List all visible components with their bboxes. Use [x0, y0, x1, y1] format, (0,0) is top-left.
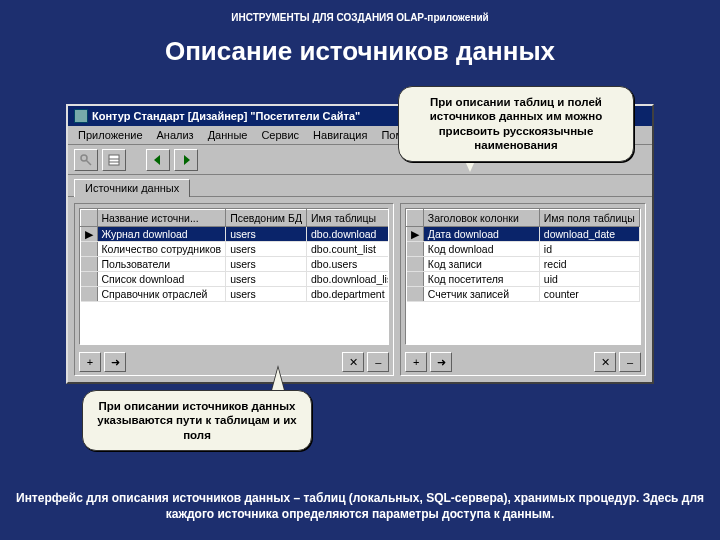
cell: users	[226, 287, 307, 302]
sources-grid[interactable]: Название источни... Псевдоним БД Имя таб…	[79, 208, 389, 345]
cell: counter	[539, 287, 639, 302]
cell: uid	[539, 272, 639, 287]
row-marker: ▶	[407, 227, 424, 242]
cell: dbo.department	[307, 287, 390, 302]
toolbar-forward-icon[interactable]	[174, 149, 198, 171]
fields-panel: Заголовок колонки Имя поля таблицы ▶Дата…	[400, 203, 646, 376]
cell: dbo.count_list	[307, 242, 390, 257]
svg-rect-2	[109, 155, 119, 165]
footer-text: Интерфейс для описания источников данных…	[16, 490, 704, 522]
row-marker	[407, 242, 424, 257]
callout-fields-naming: При описании таблиц и полей источников д…	[398, 86, 634, 162]
cell: dbo.download_list	[307, 272, 390, 287]
table-row[interactable]: Пользователиusersdbo.users	[81, 257, 390, 272]
add-field-button[interactable]: +	[405, 352, 427, 372]
toolbar-back-icon[interactable]	[146, 149, 170, 171]
tab-row: Источники данных	[68, 175, 652, 197]
menu-analysis[interactable]: Анализ	[151, 128, 200, 142]
sources-panel: Название источни... Псевдоним БД Имя таб…	[74, 203, 394, 376]
row-marker	[81, 272, 98, 287]
toolbar-key-icon[interactable]	[74, 149, 98, 171]
menu-data[interactable]: Данные	[202, 128, 254, 142]
page-title: Описание источников данных	[0, 36, 720, 67]
delete-source-button[interactable]: ✕	[342, 352, 364, 372]
cell: recid	[539, 257, 639, 272]
table-row[interactable]: Справочник отраслейusersdbo.department	[81, 287, 390, 302]
breadcrumb: ИНСТРУМЕНТЫ ДЛЯ СОЗДАНИЯ OLAP-приложений	[0, 12, 720, 23]
svg-marker-5	[154, 155, 160, 165]
cell: Количество сотрудников	[97, 242, 226, 257]
fields-toolbar: + ➜ ✕ –	[401, 349, 645, 375]
cell: dbo.download	[307, 227, 390, 242]
delete-field-button[interactable]: ✕	[594, 352, 616, 372]
row-marker	[81, 242, 98, 257]
cell: dbo.users	[307, 257, 390, 272]
cell: Журнал download	[97, 227, 226, 242]
remove-field-button[interactable]: –	[619, 352, 641, 372]
cell: Код download	[423, 242, 539, 257]
cell: users	[226, 227, 307, 242]
row-marker	[81, 257, 98, 272]
table-row[interactable]: Количество сотрудниковusersdbo.count_lis…	[81, 242, 390, 257]
table-row[interactable]: Код downloadid	[407, 242, 640, 257]
col-field-name[interactable]: Имя поля таблицы	[539, 210, 639, 227]
cell: id	[539, 242, 639, 257]
toolbar-sheet-icon[interactable]	[102, 149, 126, 171]
table-row[interactable]: Код записиrecid	[407, 257, 640, 272]
cell: Счетчик записей	[423, 287, 539, 302]
tab-data-sources[interactable]: Источники данных	[74, 179, 190, 197]
cell: users	[226, 272, 307, 287]
row-marker	[407, 257, 424, 272]
table-row[interactable]: ▶Дата downloaddownload_date	[407, 227, 640, 242]
menu-service[interactable]: Сервис	[255, 128, 305, 142]
cell: users	[226, 242, 307, 257]
add-source-button[interactable]: +	[79, 352, 101, 372]
cell: download_date	[539, 227, 639, 242]
cell: Код посетителя	[423, 272, 539, 287]
table-row[interactable]: Счетчик записейcounter	[407, 287, 640, 302]
cell: Список download	[97, 272, 226, 287]
menu-app[interactable]: Приложение	[72, 128, 149, 142]
cell: users	[226, 257, 307, 272]
cell: Справочник отраслей	[97, 287, 226, 302]
col-db-alias[interactable]: Псевдоним БД	[226, 210, 307, 227]
col-column-title[interactable]: Заголовок колонки	[423, 210, 539, 227]
cell: Пользователи	[97, 257, 226, 272]
cell: Код записи	[423, 257, 539, 272]
callout-source-paths: При описании источников данных указывают…	[82, 390, 312, 451]
remove-source-button[interactable]: –	[367, 352, 389, 372]
assign-field-button[interactable]: ➜	[430, 352, 452, 372]
col-table-name[interactable]: Имя таблицы	[307, 210, 390, 227]
fields-grid[interactable]: Заголовок колонки Имя поля таблицы ▶Дата…	[405, 208, 641, 345]
cell: Дата download	[423, 227, 539, 242]
row-marker	[407, 272, 424, 287]
row-marker	[407, 287, 424, 302]
col-marker[interactable]	[407, 210, 424, 227]
row-marker: ▶	[81, 227, 98, 242]
table-row[interactable]: Список downloadusersdbo.download_list	[81, 272, 390, 287]
svg-line-1	[86, 160, 91, 165]
menu-navigation[interactable]: Навигация	[307, 128, 373, 142]
table-row[interactable]: Код посетителяuid	[407, 272, 640, 287]
svg-marker-6	[184, 155, 190, 165]
app-logo-icon	[74, 109, 88, 123]
assign-source-button[interactable]: ➜	[104, 352, 126, 372]
col-source-name[interactable]: Название источни...	[97, 210, 226, 227]
sources-toolbar: + ➜ ✕ –	[75, 349, 393, 375]
col-marker[interactable]	[81, 210, 98, 227]
table-row[interactable]: ▶Журнал downloadusersdbo.download	[81, 227, 390, 242]
window-title: Контур Стандарт [Дизайнер] "Посетители С…	[92, 110, 360, 122]
row-marker	[81, 287, 98, 302]
